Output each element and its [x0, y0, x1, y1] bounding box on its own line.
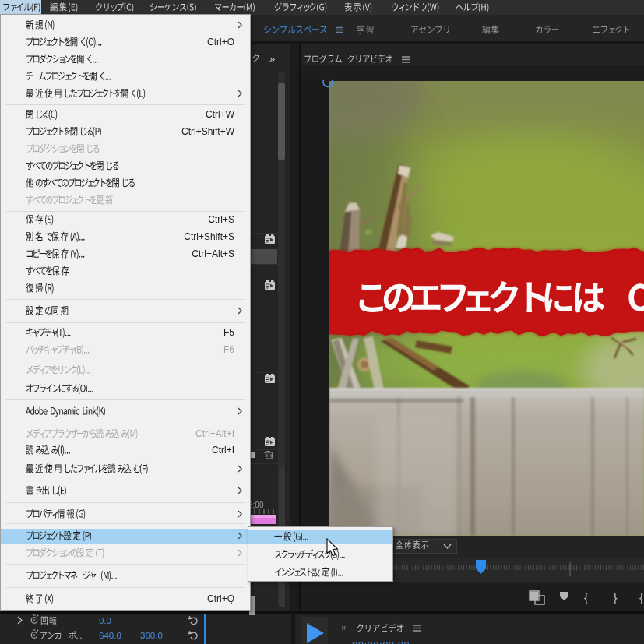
svg-text:Ctrl+I: Ctrl+I: [212, 445, 234, 456]
svg-text:Ctrl+Q: Ctrl+Q: [207, 593, 234, 604]
svg-text:Ctrl+Shift+W: Ctrl+Shift+W: [181, 126, 235, 137]
svg-text:Ctrl+Shift+S: Ctrl+Shift+S: [184, 231, 234, 242]
svg-text:Ctrl+W: Ctrl+W: [206, 109, 235, 120]
svg-text:Ctrl+Alt+I: Ctrl+Alt+I: [195, 428, 234, 439]
svg-text:Ctrl+S: Ctrl+S: [208, 214, 234, 225]
svg-text:Ctrl+Alt+S: Ctrl+Alt+S: [192, 248, 234, 259]
svg-text:Ctrl+O: Ctrl+O: [207, 37, 234, 48]
svg-text:F6: F6: [223, 344, 234, 355]
svg-text:F5: F5: [223, 327, 234, 338]
